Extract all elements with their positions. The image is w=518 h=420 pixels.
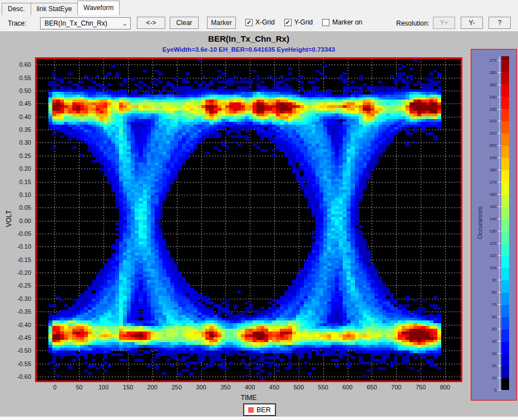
trace-label: Trace: [8,19,27,27]
legend-label: BER [256,406,271,414]
help-button[interactable]: ? [489,17,511,29]
y-tick-label: -0.35 [6,308,31,315]
y-tick-label: 0.55 [6,75,31,81]
y-tick-label: -0.20 [6,269,31,276]
colorbar-tick-label: 60 [479,314,497,319]
colorbar-tick-label: 270 [479,58,497,63]
colorbar-tick-label: 130 [479,229,497,234]
eye-diagram-canvas[interactable] [37,59,461,381]
colorbar-tick-label: 0 [479,388,497,393]
colorbar-tick-label: 120 [479,241,497,246]
checkbox-box [322,19,329,26]
chevron-down-icon: ⌄ [122,18,127,29]
marker-on-checkbox[interactable]: Marker on [322,18,362,26]
plot-region: BER(In_Tx_Chn_Rx) EyeWidth=3.6e-10 EH_BE… [0,31,518,416]
colorbar-tick-label: 110 [479,253,497,258]
y-tick-label: 0.50 [6,87,31,94]
x-tick-label: 250 [165,384,189,391]
status-strip [0,416,518,420]
y-tick-label: 0.45 [6,100,31,107]
y-tick-label: 0.05 [6,204,31,211]
y-tick-label: 0.60 [6,61,31,68]
y-tick-label: -0.15 [6,256,31,263]
y-tick-label: 0.30 [6,139,31,146]
colorbar-tick-label: 170 [479,180,497,185]
colorbar-tick-label: 40 [479,339,497,344]
colorbar-tick-label: 90 [479,278,497,283]
eye-metrics-annotation: EyeWidth=3.6e-10 EH_BER=0.641635 EyeHeig… [35,46,462,53]
y-tick-label: 0.20 [6,165,31,172]
colorbar-tick-label: 140 [479,216,497,221]
resolution-label: Resolution: [396,19,430,27]
legend-swatch [248,407,254,413]
clear-button[interactable]: Clear [170,17,199,29]
swap-axes-button[interactable]: <-> [137,17,165,29]
tab-desc[interactable]: Desc. [2,3,31,15]
colorbar-tick-label: 100 [479,265,497,270]
y-tick-label: -0.55 [6,360,31,367]
x-tick-label: 550 [311,384,336,391]
checkbox-label: X-Grid [255,18,275,26]
y-tick-label: -0.25 [6,282,31,289]
x-tick-label: 0 [42,384,67,391]
y-tick-label: 0.40 [6,113,31,120]
colorbar-tick-label: 230 [479,107,497,112]
colorbar-panel: Occurances 01020304050607080901001101201… [471,49,517,401]
checkbox-box: ✓ [284,19,292,26]
colorbar-tick-label: 80 [479,290,497,295]
colorbar-tick-label: 10 [479,375,497,381]
colorbar-tick-label: 160 [479,192,497,197]
colorbar-tick-label: 240 [479,95,497,100]
y-tick-label: 0.00 [6,218,31,224]
colorbar-tick-label: 20 [479,363,497,368]
waveform-viewer-window: Desc.link StatEyeWaveform Trace: BER(In_… [0,0,518,420]
x-tick-label: 150 [116,384,140,391]
colorbar-tick-label: 30 [479,351,497,356]
x-tick-label: 450 [262,384,287,391]
marker-button[interactable]: Marker [207,17,236,29]
y-tick-label: -0.10 [6,243,31,250]
y-tick-label: 0.10 [6,191,31,198]
tab-link-stateye[interactable]: link StatEye [31,3,78,15]
toolbar: Trace: BER(In_Tx_Chn_Rx) ⌄ <-> Clear Mar… [0,15,518,31]
y-tick-label: -0.05 [6,230,31,237]
x-axis-label: TIME [35,394,462,402]
trace-select[interactable]: BER(In_Tx_Chn_Rx) ⌄ [40,17,131,29]
tab-waveform[interactable]: Waveform [77,1,120,15]
colorbar-tick-label: 210 [479,131,497,136]
x-tick-label: 750 [408,384,433,391]
y-tick-label: -0.60 [6,373,31,380]
legend-box: BER [243,403,276,416]
checkbox-box: ✓ [245,19,253,26]
plot-title: BER(In_Tx_Chn_Rx) [35,34,462,43]
x-tick-label: 300 [189,384,214,391]
x-grid-checkbox[interactable]: ✓X-Grid [245,18,275,26]
y-tick-label: -0.45 [6,334,31,341]
tab-bar: Desc.link StatEyeWaveform [0,0,518,15]
y-tick-label: -0.40 [6,322,31,328]
colorbar-tick-label: 200 [479,143,497,148]
y-tick-label: 0.35 [6,126,31,133]
colorbar-tick-label: 150 [479,204,497,209]
colorbar-tick-label: 70 [479,302,497,307]
x-tick-label: 400 [238,384,262,391]
checkbox-label: Marker on [332,18,362,26]
x-tick-label: 600 [336,384,360,391]
colorbar-tick-label: 260 [479,70,497,75]
x-tick-label: 500 [287,384,311,391]
y-tick-label: 0.15 [6,179,31,185]
checkbox-label: Y-Grid [294,18,313,26]
y-plus-button[interactable]: Y+ [433,17,455,29]
colorbar-tick-label: 50 [479,327,497,332]
x-tick-label: 350 [213,384,238,391]
x-tick-label: 100 [91,384,116,391]
x-tick-label: 800 [433,384,457,391]
y-grid-checkbox[interactable]: ✓Y-Grid [284,18,313,26]
colorbar-tick-label: 180 [479,167,497,172]
x-tick-label: 200 [140,384,165,391]
colorbar-tick-label: 250 [479,82,497,87]
x-tick-label: 650 [359,384,384,391]
y-tick-label: -0.30 [6,295,31,302]
trace-select-value: BER(In_Tx_Chn_Rx) [45,19,107,27]
y-minus-button[interactable]: Y- [461,17,483,29]
